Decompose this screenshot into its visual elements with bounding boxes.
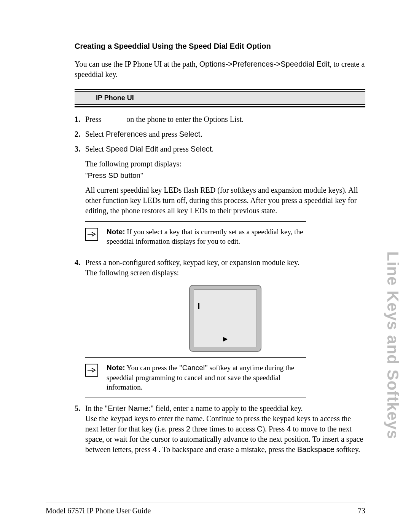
text-cursor: [198, 303, 199, 309]
step2-preferences: Preferences: [106, 130, 147, 138]
step3-text-c: and press: [158, 145, 191, 153]
footer-left: Model 6757i IP Phone User Guide: [46, 506, 151, 515]
step-4: Press a non-configured softkey, keypad k…: [75, 257, 365, 398]
ip-phone-ui-header: IP Phone UI: [75, 89, 365, 107]
step5-c: " field, enter a name to apply to the sp…: [151, 404, 303, 412]
divider: [85, 357, 306, 358]
step-3: Select Speed Dial Edit and press Select.…: [75, 144, 365, 252]
step3-speeddialedit: Speed Dial Edit: [106, 145, 158, 153]
ip-phone-ui-label: IP Phone UI: [75, 92, 365, 104]
phone-lcd: ▶: [194, 289, 257, 347]
step5-keyC: C: [257, 425, 262, 433]
step5-backspace: Backspace: [297, 445, 335, 454]
note1-label: Note:: [107, 228, 125, 236]
divider: [85, 252, 306, 252]
steps-list: Press on the phone to enter the Options …: [75, 114, 365, 455]
step5-key4b: 4: [153, 445, 157, 454]
step3-select: Select.: [191, 145, 214, 153]
divider: [85, 221, 306, 222]
step5-key2: 2: [186, 425, 190, 433]
step4-text-b: The following screen displays:: [85, 268, 179, 277]
note-2: Note: You can press the "Cancel" softkey…: [85, 363, 365, 392]
divider: [85, 398, 306, 398]
note1-text: Note: If you select a key that is curren…: [107, 227, 304, 246]
step3-text-a: Select: [85, 145, 106, 153]
note2-a: You can press the ": [125, 364, 182, 372]
page: Creating a Speeddial Using the Speed Dia…: [0, 0, 411, 532]
note2-text: Note: You can press the "Cancel" softkey…: [107, 363, 304, 392]
step-2: Select Preferences and press Select.: [75, 129, 365, 139]
arrow-right-icon: [85, 228, 98, 241]
phone-bezel: ▶: [189, 285, 261, 352]
arrow-right-icon: [85, 364, 98, 377]
footer-rule: [46, 503, 365, 503]
step-5: In the "Enter Name:" field, enter a name…: [75, 403, 365, 455]
note-1: Note: If you select a key that is curren…: [85, 227, 365, 246]
step5-i: softkey.: [335, 445, 360, 454]
step5-a: In the ": [85, 404, 108, 412]
step5-enter-name: Enter Name:: [108, 404, 150, 412]
step5-f: ). Press: [262, 425, 287, 433]
step3-prompt: "Press SD button": [85, 171, 365, 181]
step1-text-a: Press: [85, 115, 103, 123]
side-tab-label: Line Keys and Softkeys: [384, 251, 402, 439]
step-1: Press on the phone to enter the Options …: [75, 114, 365, 125]
step3-sub2: All current speeddial key LEDs flash RED…: [85, 185, 365, 216]
rule-top: [75, 89, 365, 92]
step2-select: Select.: [179, 130, 202, 138]
note2-label: Note:: [107, 364, 125, 372]
note1-body: If you select a key that is currently se…: [107, 228, 303, 246]
step3-sub1: The following prompt displays:: [85, 159, 365, 169]
step2-text-a: Select: [85, 130, 106, 138]
phone-screen-illustration: ▶: [189, 285, 261, 352]
footer-page-number: 73: [358, 506, 365, 515]
section-heading: Creating a Speeddial Using the Speed Dia…: [75, 42, 365, 51]
rule-bottom: [75, 104, 365, 107]
step4-text-a: Press a non-configured softkey, keypad k…: [85, 258, 299, 267]
intro-text-a: You can use the IP Phone UI at the path,: [75, 60, 199, 68]
step5-key4a: 4: [287, 425, 291, 433]
note2-cancel: Cancel: [182, 364, 205, 372]
intro-path: Options->Preferences->Speeddial Edit: [199, 60, 330, 68]
intro-paragraph: You can use the IP Phone UI at the path,…: [75, 59, 365, 80]
step5-h: . To backspace and erase a mistake, pres…: [157, 445, 297, 454]
step5-e: three times to access: [190, 425, 257, 433]
step1-text-b: on the phone to enter the Options List.: [126, 115, 244, 123]
step2-text-c: and press: [147, 130, 179, 138]
play-triangle-icon: ▶: [194, 335, 256, 343]
page-footer: Model 6757i IP Phone User Guide 73: [46, 506, 365, 515]
